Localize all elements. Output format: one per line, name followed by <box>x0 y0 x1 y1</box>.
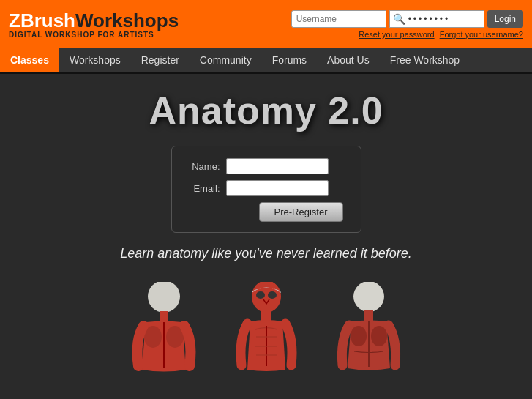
login-row: 🔍 Login <box>291 10 523 28</box>
header: ZBrushWorkshops DIGITAL WORKSHOP FOR ART… <box>0 0 532 48</box>
nav-item-community[interactable]: Community <box>190 48 262 72</box>
svg-point-13 <box>353 282 384 312</box>
password-input[interactable] <box>408 14 482 24</box>
svg-point-17 <box>371 326 387 346</box>
name-label: Name: <box>190 161 220 172</box>
svg-rect-1 <box>160 311 168 322</box>
logo-sub: DIGITAL WORKSHOP FOR ARTISTS <box>9 31 179 39</box>
svg-point-5 <box>252 282 281 313</box>
password-wrap: 🔍 <box>389 10 484 28</box>
email-input[interactable] <box>226 180 329 196</box>
figure-right-svg <box>325 282 413 399</box>
reset-password-link[interactable]: Reset your password <box>359 30 434 39</box>
nav: Classes Workshops Register Community For… <box>0 48 532 74</box>
preregister-form: Name: Email: Pre-Register <box>171 146 361 233</box>
figure-left <box>113 282 215 399</box>
preregister-button[interactable]: Pre-Register <box>259 202 343 222</box>
page-title: Anatomy 2.0 <box>149 89 383 133</box>
svg-rect-14 <box>364 310 373 321</box>
name-row: Name: <box>190 158 343 174</box>
reset-links: Reset your password Forgot your username… <box>356 30 523 39</box>
username-input[interactable] <box>291 10 386 28</box>
logo-zbrush: ZBrush <box>9 10 75 31</box>
forgot-username-link[interactable]: Forgot your username? <box>440 30 523 39</box>
key-icon: 🔍 <box>393 13 405 25</box>
nav-item-about[interactable]: About Us <box>317 48 380 72</box>
figure-center-svg <box>222 282 310 399</box>
nav-item-classes[interactable]: Classes <box>0 48 59 72</box>
logo-workshops: Workshops <box>75 10 179 31</box>
tagline: Learn anatomy like you've never learned … <box>120 246 412 261</box>
login-area: 🔍 Login Reset your password Forgot your … <box>291 10 523 39</box>
nav-item-free-workshop[interactable]: Free Workshop <box>380 48 470 72</box>
svg-point-0 <box>148 282 180 313</box>
name-input[interactable] <box>226 158 329 174</box>
nav-item-forums[interactable]: Forums <box>262 48 317 72</box>
nav-item-register[interactable]: Register <box>131 48 190 72</box>
figure-right <box>318 282 420 399</box>
svg-point-7 <box>268 291 277 299</box>
figure-center <box>215 282 318 399</box>
email-label: Email: <box>190 183 220 194</box>
svg-rect-8 <box>261 311 271 321</box>
main-content: Anatomy 2.0 Name: Email: Pre-Register Le… <box>0 74 532 399</box>
anatomy-figures <box>113 282 420 399</box>
email-row: Email: <box>190 180 343 196</box>
figure-left-svg <box>120 282 208 399</box>
logo-text: ZBrushWorkshops <box>9 10 179 31</box>
login-button[interactable]: Login <box>487 10 523 28</box>
svg-point-6 <box>256 291 265 299</box>
logo-area: ZBrushWorkshops DIGITAL WORKSHOP FOR ART… <box>9 10 179 40</box>
svg-point-16 <box>351 326 367 346</box>
nav-item-workshops[interactable]: Workshops <box>59 48 131 72</box>
